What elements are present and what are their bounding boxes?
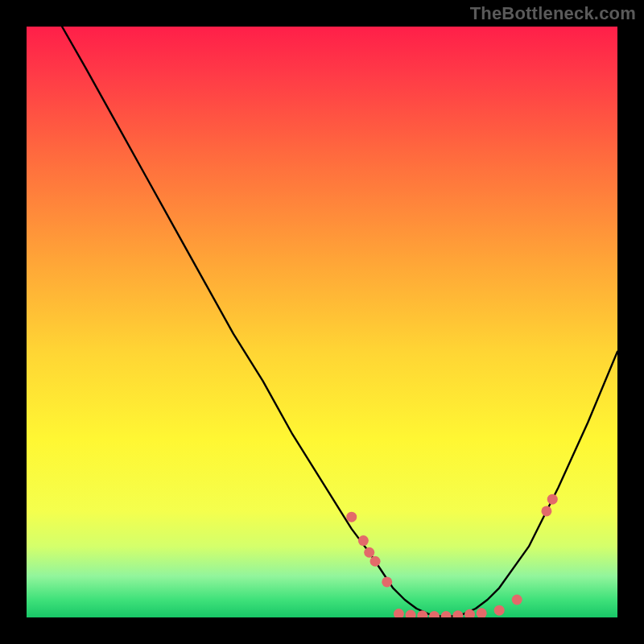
chart-frame: TheBottleneck.com <box>0 0 644 644</box>
plot-area <box>27 27 617 617</box>
marker-point <box>406 610 416 617</box>
bottleneck-curve <box>62 27 617 617</box>
marker-point <box>364 547 374 558</box>
marker-point <box>512 594 522 605</box>
marker-point <box>358 535 369 546</box>
marker-point <box>417 610 427 617</box>
watermark-text: TheBottleneck.com <box>470 3 636 24</box>
marker-point <box>441 611 452 617</box>
marker-point <box>477 608 487 617</box>
marker-point <box>452 610 463 617</box>
marker-point <box>547 494 558 505</box>
marker-point <box>464 609 475 617</box>
marker-point <box>382 576 392 587</box>
marker-point <box>541 506 551 516</box>
curve-svg <box>27 27 617 617</box>
marker-point <box>346 512 357 522</box>
marker-point <box>394 609 404 617</box>
marker-point <box>494 605 505 616</box>
curve-layer <box>62 27 617 617</box>
marker-point <box>429 611 440 617</box>
marker-point <box>370 556 381 567</box>
markers-layer <box>346 494 558 617</box>
